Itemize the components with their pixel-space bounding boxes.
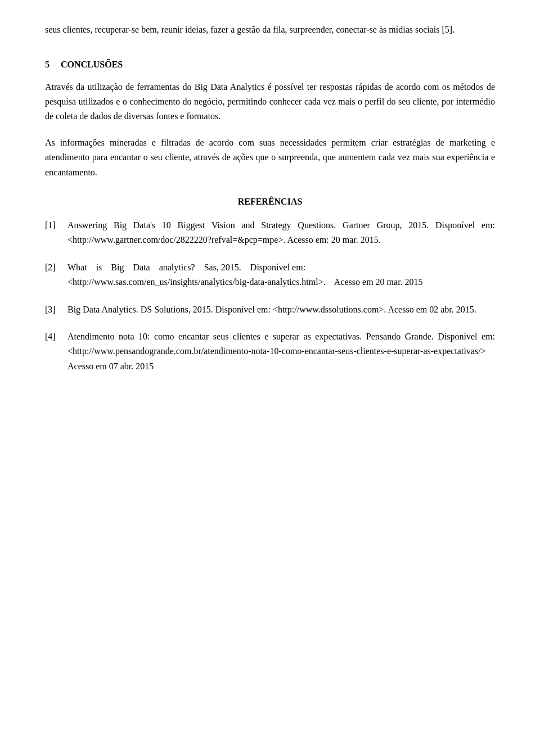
section-number-5: 5 [45, 60, 50, 70]
reference-item-3: [3] Big Data Analytics. DS Solutions, 20… [45, 302, 495, 317]
intro-paragraph: seus clientes, recuperar-se bem, reunir … [45, 22, 495, 37]
ref-2-disponivel: Disponível em: [250, 262, 305, 272]
ref-3-text: Big Data Analytics. DS Solutions, 2015. … [68, 302, 495, 317]
section-5-paragraph-1: Através da utilização de ferramentas do … [45, 80, 495, 124]
ref-3-number: [3] [45, 302, 68, 317]
section-5-heading: CONCLUSÕES [61, 60, 123, 70]
ref-2-analytics: analytics? [159, 262, 195, 272]
ref-4-number: [4] [45, 329, 68, 374]
ref-1-number: [1] [45, 218, 68, 248]
references-heading: REFERÊNCIAS [45, 197, 495, 207]
ref-2-text: What is Big Data analytics? Sas, 2015. D… [68, 260, 495, 290]
ref-2-is: is [96, 262, 102, 272]
ref-2-url: <http://www.sas.com/en_us/insights/analy… [68, 277, 326, 287]
section-5-paragraph-2: As informações mineradas e filtradas de … [45, 135, 495, 180]
ref-2-sas: Sas, 2015. [204, 262, 241, 272]
ref-2-what: What [68, 262, 87, 272]
reference-item-1: [1] Answering Big Data's 10 Biggest Visi… [45, 218, 495, 248]
ref-2-data: Data [133, 262, 150, 272]
ref-1-text: Answering Big Data's 10 Biggest Vision a… [68, 218, 495, 248]
ref-2-big: Big [111, 262, 124, 272]
reference-item-4: [4] Atendimento nota 10: como encantar s… [45, 329, 495, 374]
section-5-header: 5 CONCLUSÕES [45, 54, 495, 70]
ref-4-text: Atendimento nota 10: como encantar seus … [68, 329, 495, 374]
ref-2-number: [2] [45, 260, 68, 290]
ref-2-acesso: Acesso em 20 mar. 2015 [334, 277, 423, 287]
page-container: seus clientes, recuperar-se bem, reunir … [0, 0, 540, 756]
reference-item-2: [2] What is Big Data analytics? Sas, 201… [45, 260, 495, 290]
